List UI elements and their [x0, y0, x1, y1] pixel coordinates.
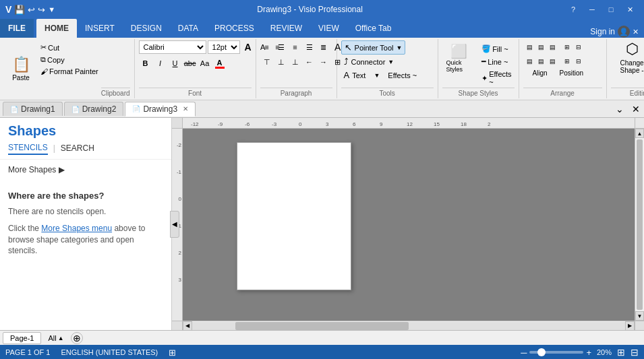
close-button[interactable]: ✕ [621, 3, 639, 16]
scroll-thumb-v[interactable] [637, 139, 643, 310]
pos-btn4[interactable]: ⊟ [572, 55, 585, 68]
redo-icon[interactable]: ↪ [38, 5, 45, 15]
cut-button[interactable]: ✂ Cut [38, 42, 101, 53]
zoom-slider[interactable] [529, 351, 583, 354]
zoom-in-button[interactable]: + [586, 348, 591, 358]
tab-review[interactable]: REVIEW [262, 19, 310, 38]
quick-styles-button[interactable]: ⬜ Quick Styles [442, 40, 477, 75]
scroll-left-button[interactable]: ◀ [183, 321, 192, 331]
scroll-down-button[interactable]: ▼ [635, 311, 644, 321]
align-grid-btn6[interactable]: ▤ [546, 55, 560, 68]
v-tick-neg1: -1 [177, 169, 181, 175]
grow-font-button[interactable]: A [241, 40, 255, 54]
increase-indent-button[interactable]: → [317, 55, 330, 69]
tab-data[interactable]: DATA [170, 19, 206, 38]
font-color-button[interactable]: A [213, 57, 227, 70]
ribbon-right: Sign in 👤 ✕ [590, 26, 644, 38]
save-icon[interactable]: 💾 [14, 5, 25, 15]
align-left-button[interactable]: ≡ [260, 40, 274, 54]
doc-tab-drawing3[interactable]: 📄 Drawing3 ✕ [125, 102, 196, 117]
effects-button[interactable]: ✦ Effects ~ [479, 69, 514, 88]
align-middle-button[interactable]: ⊥ [274, 55, 288, 69]
view-options-icon[interactable]: ⊟ [631, 347, 639, 358]
all-pages-button[interactable]: All ▲ [44, 333, 67, 344]
minimize-button[interactable]: ─ [583, 3, 601, 16]
align-center-button[interactable]: ☰ [274, 40, 288, 54]
editing-group: ⬡ Change Shape - 👥 ↖ ⚙ Editing [607, 39, 644, 98]
fit-page-icon[interactable]: ⊞ [617, 347, 625, 358]
paragraph-label: Paragraph [260, 88, 332, 97]
customize-icon[interactable]: ▼ [48, 5, 55, 13]
h-scroll-corner [172, 321, 183, 330]
page-tab-1[interactable]: Page-1 [3, 332, 41, 344]
italic-button[interactable]: I [154, 57, 167, 70]
scrollbar-corner-top [635, 118, 644, 129]
pointer-tool-button[interactable]: ↖ Pointer Tool ▼ [341, 40, 406, 55]
bullet-list-button[interactable]: ≣ [317, 40, 330, 54]
fill-label: Fill ~ [492, 45, 508, 53]
account-close-icon[interactable]: ✕ [633, 28, 639, 36]
align-grid: ▤ ▤ ▤ ▤ ▤ ▤ [523, 40, 557, 68]
justify-button[interactable]: ☰ [303, 40, 316, 54]
tab-file[interactable]: FILE [0, 19, 34, 38]
font-name-select[interactable]: Calibri [139, 40, 206, 54]
strikethrough-button[interactable]: abc [183, 57, 197, 70]
title-bar: V 💾 ↩ ↪ ▼ Drawing3 - Visio Professional … [0, 0, 644, 19]
align-bottom-button[interactable]: ⊥ [289, 55, 302, 69]
line-button[interactable]: ━ Line ~ [479, 56, 514, 67]
tab3-label: Drawing3 [143, 104, 177, 114]
tab3-close[interactable]: ✕ [183, 105, 188, 112]
ruler-tick-18: 18 [461, 121, 467, 127]
connector-button[interactable]: ⤴ Connector ▼ [341, 55, 397, 68]
panel-collapse-button[interactable]: ◀ [170, 211, 179, 238]
sign-in-label: Sign in [590, 27, 615, 36]
tab-officetab[interactable]: Office Tab [347, 19, 400, 38]
font-format-button[interactable]: Aa [198, 57, 212, 70]
tab-close-all-button[interactable]: ✕ [628, 102, 644, 116]
undo-icon[interactable]: ↩ [28, 5, 35, 15]
decrease-indent-button[interactable]: ← [303, 55, 316, 69]
tab-home[interactable]: HOME [36, 19, 77, 38]
canvas-viewport[interactable] [183, 129, 635, 321]
more-shapes-button[interactable]: More Shapes ▶ [0, 160, 171, 180]
tab-design[interactable]: DESIGN [123, 19, 170, 38]
search-nav-item[interactable]: SEARCH [61, 142, 94, 154]
underline-button[interactable]: U [169, 57, 182, 70]
h-scroll-thumb[interactable] [235, 322, 409, 330]
maximize-button[interactable]: □ [602, 3, 620, 16]
tab-view[interactable]: VIEW [310, 19, 347, 38]
tab-process[interactable]: PROCESS [206, 19, 262, 38]
paste-button[interactable]: 📋 Paste [4, 40, 38, 97]
sign-in-button[interactable]: Sign in 👤 ✕ [590, 26, 639, 38]
bold-button[interactable]: B [139, 57, 152, 70]
tab-nav-button[interactable]: ⌄ [612, 102, 628, 116]
change-shape-label[interactable]: Change Shape - [611, 59, 644, 74]
copy-button[interactable]: ⧉ Copy [38, 54, 101, 65]
pos-btn2[interactable]: ⊟ [572, 40, 585, 54]
text-dropdown-icon[interactable]: ▼ [374, 72, 380, 79]
arrange-label: Arrange [523, 88, 602, 97]
align-grid-btn3[interactable]: ▤ [546, 40, 560, 54]
scroll-right-button[interactable]: ▶ [625, 321, 635, 331]
doc-tab-drawing2[interactable]: 📄 Drawing2 [64, 102, 124, 116]
font-size-select[interactable]: 12pt. [208, 40, 240, 54]
tab-insert[interactable]: INSERT [77, 19, 123, 38]
align-right-button[interactable]: ≡ [289, 40, 302, 54]
account-icon: 👤 [618, 26, 630, 38]
format-painter-button[interactable]: 🖌 Format Painter [38, 66, 101, 77]
doc-tab-drawing1[interactable]: 📄 Drawing1 [3, 102, 63, 116]
pointer-dropdown-icon[interactable]: ▼ [396, 44, 402, 51]
connector-dropdown-icon[interactable]: ▼ [388, 59, 394, 65]
align-top-button[interactable]: ⊤ [260, 55, 274, 69]
fill-button[interactable]: 🪣 Fill ~ [479, 43, 514, 55]
shapes-empty-prefix: Click the [8, 224, 41, 233]
zoom-out-button[interactable]: ─ [521, 348, 527, 358]
effects-label[interactable]: Effects ~ [388, 71, 417, 79]
help-button[interactable]: ? [564, 3, 582, 16]
add-page-button[interactable]: ⊕ [71, 332, 83, 344]
scroll-up-button[interactable]: ▲ [635, 129, 644, 138]
more-shapes-link[interactable]: More Shapes menu [41, 224, 112, 233]
text-button[interactable]: A Text ▼ Effects ~ [341, 69, 420, 81]
shape-styles-label: Shape Styles [442, 88, 515, 97]
stencils-nav-item[interactable]: STENCILS [8, 141, 48, 155]
